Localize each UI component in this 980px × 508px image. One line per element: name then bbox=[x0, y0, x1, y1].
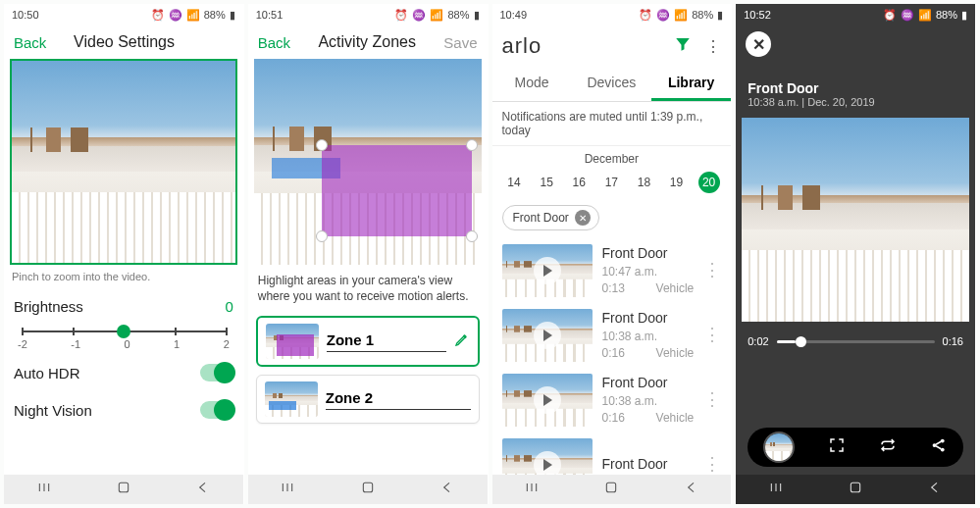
night-vision-row: Night Vision bbox=[4, 391, 243, 429]
date-18[interactable]: 18 bbox=[633, 172, 654, 193]
video-preview[interactable] bbox=[254, 59, 482, 265]
clip-duration: 0:16 bbox=[602, 345, 625, 362]
status-icons: ⏰♒📶88%▮ bbox=[639, 9, 723, 22]
clip-thumb bbox=[502, 244, 593, 297]
chip-remove-icon[interactable]: ✕ bbox=[575, 210, 591, 226]
svg-rect-6 bbox=[851, 483, 859, 491]
screen-library: 10:49 ⏰♒📶88%▮ arlo ⋮ Mode Devices Librar… bbox=[492, 4, 733, 504]
svg-rect-1 bbox=[363, 483, 372, 491]
clip-row[interactable]: Front Door 10:47 a.m. 0:13Vehicle ⋮ bbox=[492, 238, 732, 303]
home-button[interactable] bbox=[848, 480, 863, 499]
clip-row[interactable]: Front Door ⋮ bbox=[492, 432, 732, 475]
recents-button[interactable] bbox=[280, 480, 295, 499]
home-button[interactable] bbox=[360, 480, 376, 499]
month-label: December bbox=[492, 146, 732, 168]
android-nav bbox=[4, 475, 243, 504]
clip-thumb bbox=[502, 374, 593, 427]
night-vision-toggle[interactable] bbox=[200, 401, 233, 419]
more-icon[interactable]: ⋮ bbox=[703, 267, 721, 274]
back-nav-button[interactable] bbox=[195, 480, 211, 499]
night-vision-label: Night Vision bbox=[14, 402, 92, 419]
recents-button[interactable] bbox=[524, 480, 540, 499]
more-icon[interactable]: ⋮ bbox=[703, 331, 721, 338]
date-20[interactable]: 20 bbox=[698, 172, 720, 193]
zone-card-2[interactable]: Zone 2 bbox=[256, 375, 480, 424]
filter-chip[interactable]: Front Door ✕ bbox=[502, 205, 599, 230]
home-button[interactable] bbox=[116, 480, 131, 499]
total-time: 0:16 bbox=[943, 335, 963, 347]
zone-1-overlay[interactable] bbox=[322, 145, 472, 235]
clip-tag: Vehicle bbox=[656, 345, 695, 362]
page-title: Video Settings bbox=[74, 33, 175, 51]
video-preview[interactable] bbox=[10, 59, 237, 265]
screen-playback: 10:52 ⏰♒📶88%▮ ✕ Front Door 10:38 a.m. | … bbox=[736, 4, 976, 504]
zones-description: Highlight areas in your camera's view wh… bbox=[248, 265, 488, 312]
scrubber-track[interactable] bbox=[777, 340, 935, 343]
clip-name: Front Door bbox=[602, 374, 695, 393]
status-bar: 10:50 ⏰♒📶88%▮ bbox=[4, 4, 243, 25]
recents-button[interactable] bbox=[768, 480, 784, 499]
home-button[interactable] bbox=[603, 480, 619, 499]
back-nav-button[interactable] bbox=[927, 480, 943, 499]
scrubber-thumb[interactable] bbox=[796, 336, 806, 347]
overflow-icon[interactable]: ⋮ bbox=[705, 37, 721, 56]
status-time: 10:49 bbox=[500, 9, 528, 21]
fullscreen-icon[interactable] bbox=[828, 436, 846, 458]
zone-name-input[interactable]: Zone 2 bbox=[326, 389, 471, 410]
pencil-icon[interactable] bbox=[454, 331, 470, 351]
status-time: 10:51 bbox=[256, 9, 284, 21]
clip-meta: Front Door 10:47 a.m. 0:13Vehicle bbox=[602, 244, 695, 296]
zone-name-input[interactable]: Zone 1 bbox=[327, 331, 446, 352]
date-14[interactable]: 14 bbox=[503, 172, 525, 193]
back-button[interactable]: Back bbox=[258, 34, 290, 51]
clip-meta: Front Door 10:38 a.m. 0:16Vehicle bbox=[602, 374, 695, 426]
status-time: 10:50 bbox=[12, 9, 39, 21]
clip-row[interactable]: Front Door 10:38 a.m. 0:16Vehicle ⋮ bbox=[492, 303, 732, 368]
date-16[interactable]: 16 bbox=[568, 172, 590, 193]
clip-thumb bbox=[502, 438, 593, 475]
progress-bar[interactable]: 0:02 0:16 bbox=[736, 326, 975, 357]
clip-meta: Front Door 10:38 a.m. 0:16Vehicle bbox=[602, 309, 695, 361]
auto-hdr-row: Auto HDR bbox=[4, 354, 243, 391]
elapsed-time: 0:02 bbox=[748, 335, 768, 347]
back-nav-button[interactable] bbox=[439, 480, 455, 499]
back-button[interactable]: Back bbox=[14, 34, 46, 51]
clip-row[interactable]: Front Door 10:38 a.m. 0:16Vehicle ⋮ bbox=[492, 368, 732, 432]
save-button[interactable]: Save bbox=[443, 34, 477, 51]
zone-thumb bbox=[265, 381, 318, 417]
mute-notice: Notifications are muted until 1:39 p.m.,… bbox=[492, 102, 732, 146]
svg-rect-2 bbox=[607, 483, 616, 491]
brightness-slider[interactable]: -2 -1 0 1 2 bbox=[4, 325, 243, 354]
clip-thumb bbox=[502, 309, 593, 362]
clip-time: 10:47 a.m. bbox=[602, 264, 695, 280]
brightness-row: Brightness 0 bbox=[4, 288, 243, 325]
auto-hdr-toggle[interactable] bbox=[200, 364, 233, 381]
loop-icon[interactable] bbox=[879, 436, 897, 458]
more-icon[interactable]: ⋮ bbox=[703, 396, 721, 403]
chip-label: Front Door bbox=[513, 211, 569, 225]
clip-list: Front Door 10:47 a.m. 0:13Vehicle ⋮ Fron… bbox=[492, 238, 732, 475]
status-icons: ⏰♒📶88%▮ bbox=[151, 9, 235, 22]
prev-clip-thumb[interactable] bbox=[763, 432, 795, 463]
header: Back Video Settings bbox=[4, 25, 243, 59]
back-nav-button[interactable] bbox=[684, 480, 699, 499]
share-icon[interactable] bbox=[930, 436, 948, 458]
resize-handle[interactable] bbox=[316, 139, 328, 151]
status-time: 10:52 bbox=[744, 9, 771, 21]
date-17[interactable]: 17 bbox=[600, 172, 622, 193]
date-15[interactable]: 15 bbox=[536, 172, 557, 193]
tab-mode[interactable]: Mode bbox=[492, 67, 572, 101]
status-icons: ⏰♒📶88%▮ bbox=[883, 9, 967, 22]
tab-library[interactable]: Library bbox=[651, 67, 731, 101]
tab-devices[interactable]: Devices bbox=[572, 67, 651, 101]
resize-handle[interactable] bbox=[316, 230, 328, 242]
video-player[interactable] bbox=[742, 118, 969, 322]
more-icon[interactable]: ⋮ bbox=[703, 461, 721, 468]
resize-handle[interactable] bbox=[466, 230, 478, 242]
android-nav bbox=[248, 475, 488, 504]
recents-button[interactable] bbox=[36, 480, 52, 499]
date-19[interactable]: 19 bbox=[666, 172, 688, 193]
zone-card-1[interactable]: Zone 1 bbox=[256, 316, 480, 367]
filter-icon[interactable] bbox=[674, 35, 692, 57]
clip-time: 10:38 a.m. bbox=[602, 329, 695, 345]
